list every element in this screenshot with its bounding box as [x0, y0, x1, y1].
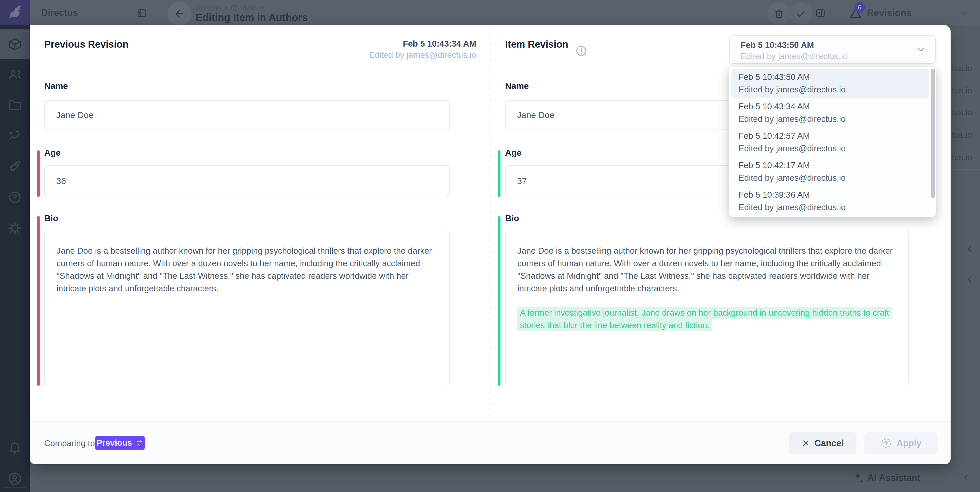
- directus-rabbit-logo-icon: [6, 4, 23, 21]
- breadcrumb-separator: •: [224, 3, 228, 12]
- arrow-left-icon: [173, 8, 185, 19]
- previous-revision-edited-by: Edited by james@directus.io: [307, 50, 476, 60]
- revision-option-timestamp: Feb 5 10:42:17 AM: [738, 160, 929, 170]
- dimmed-revision-text: tus.io: [952, 64, 972, 73]
- caret-down-icon: [259, 5, 266, 11]
- insights-icon: [8, 129, 22, 143]
- bio-label: Bio: [44, 213, 58, 223]
- age-input[interactable]: 36: [44, 165, 450, 197]
- name-label: Name: [505, 81, 529, 91]
- delete-item-button[interactable]: [767, 2, 791, 25]
- notifications-button[interactable]: [0, 433, 30, 462]
- toggle-right-sidebar-button[interactable]: [815, 7, 826, 19]
- module-extensions[interactable]: [0, 151, 30, 181]
- revision-option-edited-by: Edited by james@directus.io: [738, 85, 929, 94]
- dimmed-revision-text: tus.io: [952, 86, 972, 96]
- help-icon: [8, 190, 22, 204]
- revisions-chevron-down-icon[interactable]: [959, 8, 969, 18]
- previous-revision-title: Previous Revision: [44, 39, 128, 50]
- module-users[interactable]: [0, 60, 30, 89]
- age-label: Age: [44, 148, 60, 158]
- module-content[interactable]: [0, 29, 30, 59]
- revision-option-edited-by: Edited by james@directus.io: [738, 203, 929, 212]
- breadcrumb-collection[interactable]: Authors: [196, 3, 222, 12]
- ai-assistant-label[interactable]: AI Assistant: [867, 473, 920, 483]
- revision-option[interactable]: Feb 5 10:43:34 AMEdited by james@directu…: [732, 98, 929, 128]
- name-input[interactable]: Jane Doe: [44, 100, 450, 130]
- module-settings[interactable]: [0, 213, 30, 243]
- item-revision-title: Item Revision: [505, 39, 568, 50]
- change-indicator-added: [498, 216, 501, 386]
- revision-option[interactable]: Feb 5 10:42:17 AMEdited by james@directu…: [732, 157, 929, 186]
- apply-upload-icon: [880, 437, 892, 449]
- revision-option[interactable]: Feb 5 10:42:57 AMEdited by james@directu…: [732, 128, 929, 157]
- change-indicator-removed: [37, 150, 40, 197]
- dimmed-revision-text: tus.io: [952, 130, 972, 140]
- bio-label: Bio: [505, 213, 519, 223]
- revisions-count-badge: 6: [854, 2, 865, 13]
- revision-option[interactable]: Feb 5 10:43:50 AMEdited by james@directu…: [732, 69, 929, 98]
- change-indicator-removed: [37, 216, 40, 386]
- change-indicator-added: [498, 150, 501, 197]
- dimmed-revision-text: tus.io: [952, 107, 972, 117]
- cancel-button[interactable]: Cancel: [789, 432, 856, 454]
- breadcrumb[interactable]: Authors • Main: [196, 3, 266, 12]
- top-bar: Directus Authors • Main Editing Item in …: [0, 0, 980, 25]
- revision-option-timestamp: Feb 5 10:43:50 AM: [738, 72, 929, 82]
- module-help[interactable]: [0, 182, 30, 212]
- bio-textarea[interactable]: Jane Doe is a bestselling author known f…: [505, 231, 909, 385]
- trash-icon: [773, 8, 784, 19]
- revision-option-edited-by: Edited by james@directus.io: [738, 144, 929, 153]
- directus-logo-tile[interactable]: [0, 0, 30, 25]
- revision-option[interactable]: Feb 4 12:48:44 PMEdited by james@directu…: [732, 216, 929, 217]
- back-button[interactable]: [167, 2, 191, 26]
- bio-paragraph: Jane Doe is a bestselling author known f…: [57, 244, 438, 295]
- dropdown-scrollbar[interactable]: [931, 69, 935, 198]
- revision-dropdown: Feb 5 10:43:50 AMEdited by james@directu…: [729, 67, 936, 217]
- bio-added-paragraph: A former investigative journalist, Jane …: [517, 307, 897, 332]
- revision-option-timestamp: Feb 5 10:42:57 AM: [738, 131, 929, 141]
- module-bar: [0, 25, 30, 492]
- collapse-sidebar-button[interactable]: [136, 7, 148, 19]
- account-circle-icon: [7, 471, 22, 486]
- account-button[interactable]: [0, 464, 30, 492]
- panel-divider: [490, 25, 491, 421]
- dimmed-divider: [951, 169, 980, 170]
- dimmed-chevron-left-icon: [965, 275, 975, 285]
- users-icon: [8, 67, 22, 81]
- revision-select-subtext: Edited by james@directus.io: [741, 51, 848, 61]
- dimmed-chevron-left-icon: [965, 244, 975, 254]
- revisions-section-title[interactable]: Revisions: [867, 8, 912, 18]
- module-files[interactable]: [0, 90, 30, 120]
- previous-revision-timestamp: Feb 5 10:43:34 AM: [307, 39, 476, 49]
- version-sync-icon: [230, 4, 238, 12]
- swap-arrows-icon: [136, 439, 143, 447]
- revision-option-edited-by: Edited by james@directus.io: [738, 173, 929, 183]
- check-icon: [795, 8, 807, 19]
- save-item-button[interactable]: [789, 2, 812, 25]
- bio-textarea[interactable]: Jane Doe is a bestselling author known f…: [44, 231, 450, 385]
- expand-panel-icon: [815, 8, 826, 18]
- dimmed-divider: [839, 466, 980, 466]
- comparing-to-label: Comparing to: [44, 439, 95, 448]
- chevron-down-icon: [916, 44, 926, 54]
- revision-select[interactable]: Feb 5 10:43:50 AM Edited by james@direct…: [729, 35, 936, 64]
- screen: Directus Authors • Main Editing Item in …: [0, 0, 980, 492]
- module-insights[interactable]: [0, 121, 30, 151]
- revision-option-timestamp: Feb 5 10:39:36 AM: [738, 190, 929, 200]
- info-icon[interactable]: [576, 45, 587, 57]
- gear-icon: [8, 221, 22, 235]
- page-title: Editing Item in Authors: [196, 12, 308, 23]
- bio-paragraph: Jane Doe is a bestselling author known f…: [517, 244, 897, 295]
- name-label: Name: [44, 81, 68, 91]
- apply-button[interactable]: Apply: [864, 432, 938, 454]
- revision-option[interactable]: Feb 5 10:39:36 AMEdited by james@directu…: [732, 186, 929, 216]
- dimmed-revision-text: tus.io: [952, 153, 972, 162]
- ai-assistant-chevron-left-icon[interactable]: [961, 473, 971, 483]
- compare-target-button[interactable]: Previous: [95, 436, 145, 450]
- revision-option-edited-by: Edited by james@directus.io: [738, 114, 929, 124]
- bell-icon: [8, 440, 22, 455]
- collapse-panel-icon: [137, 8, 147, 18]
- breadcrumb-version[interactable]: Main: [240, 3, 257, 12]
- cube-icon: [8, 37, 22, 51]
